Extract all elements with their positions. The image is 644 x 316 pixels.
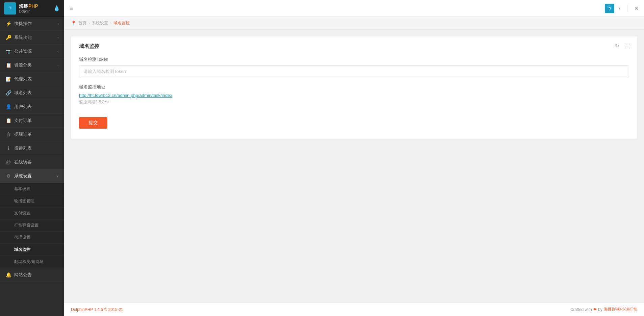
nav-label-complaints: 投诉列表 [14, 145, 32, 151]
logo-icon: 🐬 [8, 6, 12, 10]
nav-complaints[interactable]: ℹ 投诉列表 [0, 141, 64, 155]
nav-label-quick-ops: 快捷操作 [14, 21, 32, 27]
monitor-url-label: 域名监控地址 [79, 84, 629, 90]
nav-site-notice[interactable]: 🔔 网站公告 [0, 268, 64, 282]
public-res-icon: 📷 [5, 49, 11, 54]
sidebar-item-carousel[interactable]: 轮播图管理 [0, 195, 64, 207]
breadcrumb-home[interactable]: 首页 [78, 20, 86, 26]
monitor-note: 监控周期3-5分钟 [79, 100, 109, 104]
quick-ops-icon: ⚡ [5, 21, 11, 26]
avatar-icon: 🐬 [606, 5, 613, 11]
monitor-url-link[interactable]: http://ht.tdwrb12.cn/admin.php/admin/tas… [79, 93, 629, 98]
sub-label-basic-settings: 基本设置 [14, 186, 30, 192]
nav-label-online-visitors: 在线访客 [14, 159, 32, 165]
avatar[interactable]: 🐬 [605, 4, 614, 13]
sidebar-header: 🐬 海豚PHP Dolphin 💧 [0, 0, 64, 17]
sidebar-logo: 🐬 海豚PHP Dolphin [4, 2, 38, 15]
nav-online-visitors[interactable]: @ 在线访客 [0, 155, 64, 169]
user-list-icon: 👤 [5, 104, 11, 109]
nav-withdraw-orders[interactable]: 🗑 提现订单 [0, 128, 64, 141]
water-icon[interactable]: 💧 [53, 5, 60, 11]
arrow-down-icon: ∨ [56, 174, 59, 178]
nav-domain-list[interactable]: 🔗 域名列表 [0, 86, 64, 100]
nav-user-list[interactable]: 👤 用户列表 [0, 100, 64, 114]
logo-box: 🐬 [4, 2, 16, 15]
nav-label-domain-list: 域名列表 [14, 90, 32, 96]
sys-settings-icon: ⚙ [5, 173, 11, 179]
nav-label-user-list: 用户列表 [14, 104, 32, 110]
card-title: 域名监控 [79, 43, 629, 50]
pay-orders-icon: 📋 [5, 118, 11, 123]
arrow-icon: ‹ [57, 63, 59, 67]
sub-label-domain-monitor: 域名监控 [14, 247, 30, 253]
breadcrumb-current: 域名监控 [113, 20, 130, 26]
sys-settings-submenu: 基本设置 轮播图管理 支付设置 打赏弹窗设置 代理设置 域名监控 翻墙检测/短网… [0, 183, 64, 268]
breadcrumb-sep-2: › [110, 21, 111, 26]
nav-label-public-res: 公共资源 [14, 48, 32, 54]
sub-label-pay-settings: 支付设置 [14, 210, 30, 216]
main-area: ≡ 🐬 ▾ ✕ 📍 首页 › 系统设置 › 域名监控 域名监控 ↻ ⛶ [64, 0, 644, 316]
nav-sys-func[interactable]: 🔑 系统功能 ‹ [0, 31, 64, 45]
sub-label-popup-settings: 打赏弹窗设置 [14, 222, 38, 228]
nav-label-site-notice: 网站公告 [14, 272, 32, 278]
res-cat-icon: 📋 [5, 62, 11, 68]
card-tools: ↻ ⛶ [613, 42, 632, 50]
refresh-button[interactable]: ↻ [613, 42, 621, 50]
footer: DolphinPHP 1.4.5 © 2015-21 Crafted with … [64, 302, 644, 316]
footer-version-text: DolphinPHP 1.4.5 © 2015-21 [71, 307, 123, 312]
footer-version: DolphinPHP 1.4.5 © 2015-21 [71, 307, 123, 312]
nav-label-pay-orders: 支付订单 [14, 117, 32, 124]
author-link[interactable]: 海豚影视/小说打赏 [604, 307, 637, 312]
domain-list-icon: 🔗 [5, 90, 11, 96]
topbar-right: 🐬 ▾ ✕ [605, 4, 639, 13]
nav-proxy-list[interactable]: 📝 代理列表 [0, 72, 64, 86]
crafted-with-text: Crafted with [570, 307, 592, 312]
heart-icon: ❤ [593, 307, 597, 312]
nav-label-withdraw-orders: 提现订单 [14, 131, 32, 137]
withdraw-icon: 🗑 [5, 132, 11, 137]
nav-label-sys-settings: 系统设置 [14, 173, 32, 179]
sidebar-item-anti-hijack[interactable]: 翻墙检测/短网址 [0, 256, 64, 268]
nav-pay-orders[interactable]: 📋 支付订单 [0, 114, 64, 128]
nav-res-cat[interactable]: 📋 资源分类 ‹ [0, 58, 64, 72]
nav-label-res-cat: 资源分类 [14, 62, 32, 68]
domain-monitor-card: 域名监控 ↻ ⛶ 域名检测Token 域名监控地址 http://ht.tdwr… [71, 36, 637, 139]
submit-button[interactable]: 提交 [79, 117, 107, 129]
arrow-icon: ‹ [57, 35, 59, 40]
logo-cn: 海豚PHP [19, 3, 38, 9]
sub-label-anti-hijack: 翻墙检测/短网址 [14, 259, 44, 265]
sidebar-item-proxy-settings[interactable]: 代理设置 [0, 232, 64, 244]
arrow-icon: ‹ [57, 49, 59, 53]
breadcrumb-sep-1: › [88, 21, 90, 26]
sub-label-carousel: 轮播图管理 [14, 198, 34, 204]
nav-quick-ops[interactable]: ⚡ 快捷操作 ‹ [0, 17, 64, 31]
fullscreen-button[interactable]: ⛶ [624, 42, 632, 50]
close-button[interactable]: ✕ [634, 5, 639, 11]
menu-toggle-button[interactable]: ≡ [70, 5, 73, 12]
sidebar-item-domain-monitor[interactable]: 域名监控 [0, 244, 64, 256]
nav-label-proxy-list: 代理列表 [14, 76, 32, 82]
by-text: by [598, 307, 602, 312]
breadcrumb: 📍 首页 › 系统设置 › 域名监控 [64, 17, 644, 30]
nav-label-sys-func: 系统功能 [14, 34, 32, 41]
token-form-group: 域名检测Token [79, 56, 629, 77]
topbar: ≡ 🐬 ▾ ✕ [64, 0, 644, 17]
sidebar-item-popup-settings[interactable]: 打赏弹窗设置 [0, 219, 64, 232]
arrow-icon: ‹ [57, 22, 59, 26]
dropdown-arrow-icon[interactable]: ▾ [618, 6, 620, 11]
complaints-icon: ℹ [5, 146, 11, 151]
sidebar-item-pay-settings[interactable]: 支付设置 [0, 207, 64, 219]
nav-public-res[interactable]: 📷 公共资源 ‹ [0, 45, 64, 58]
breadcrumb-home-icon: 📍 [71, 21, 76, 26]
sub-label-proxy-settings: 代理设置 [14, 235, 30, 240]
sys-func-icon: 🔑 [5, 35, 11, 40]
site-notice-icon: 🔔 [5, 272, 11, 278]
proxy-list-icon: 📝 [5, 77, 11, 82]
token-label: 域名检测Token [79, 56, 629, 62]
monitor-url-form-group: 域名监控地址 http://ht.tdwrb12.cn/admin.php/ad… [79, 84, 629, 105]
topbar-divider [627, 5, 627, 12]
nav-sys-settings[interactable]: ⚙ 系统设置 ∨ [0, 169, 64, 183]
sidebar-item-basic-settings[interactable]: 基本设置 [0, 183, 64, 195]
breadcrumb-sys-settings[interactable]: 系统设置 [92, 20, 108, 26]
token-input[interactable] [79, 65, 629, 77]
